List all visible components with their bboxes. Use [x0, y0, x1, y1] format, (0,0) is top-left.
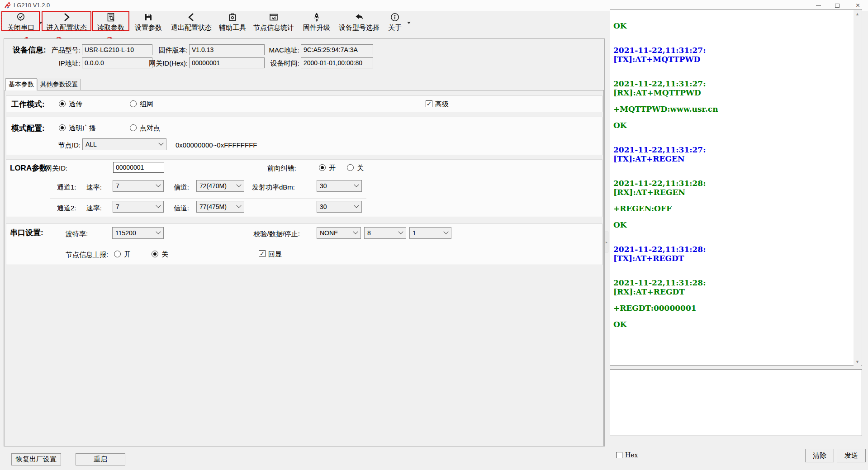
channel1-power-select[interactable]: 30 — [317, 180, 362, 192]
mode-config-title: 模式配置: — [11, 123, 45, 133]
port-dropdown-caret-icon[interactable] — [39, 22, 43, 24]
fec-label: 前向纠错: — [244, 164, 296, 173]
gateway-id-hex-field[interactable]: 00000001 — [189, 57, 265, 68]
channel1-channel-select[interactable]: 72(470M) — [196, 180, 244, 192]
log-line: [TX]:AT+REGEN — [613, 154, 851, 163]
maximize-icon — [835, 4, 840, 8]
toolbar-label: 退出配置状态 — [171, 24, 212, 31]
data-bits-select[interactable]: 8 — [364, 227, 406, 239]
scroll-down-icon[interactable]: ▼ — [854, 358, 861, 366]
rocket-icon — [312, 12, 322, 22]
toolbar-overflow-caret-icon[interactable] — [407, 22, 411, 24]
firmware-version-label: 固件版本: — [149, 46, 188, 55]
mac-address-field[interactable]: 9C:A5:25:94:7A:3A — [301, 44, 373, 55]
tab-other-params[interactable]: 其他参数设置 — [38, 79, 81, 90]
panel-splitter-handle[interactable]: ▸ — [605, 232, 608, 252]
channel1-rate-select[interactable]: 7 — [113, 180, 164, 192]
baud-rate-select[interactable]: 115200 — [112, 227, 164, 239]
send-input-area[interactable] — [610, 369, 862, 436]
stats-window-icon — [269, 12, 279, 22]
work-mode-transparent-radio[interactable] — [59, 100, 66, 107]
channel2-label: 通道2: — [57, 204, 76, 213]
advanced-checkbox[interactable]: ✓ — [426, 100, 432, 107]
log-scrollbar[interactable]: ▲ ▼ — [854, 10, 861, 366]
log-entry: +REGEN:OFF — [613, 204, 851, 213]
toolbar-label: 节点信息统计 — [253, 24, 294, 31]
node-report-off-radio[interactable] — [152, 251, 158, 257]
chevron-down-icon — [236, 203, 241, 208]
chevron-left-icon — [186, 12, 196, 22]
node-id-label: 节点ID: — [50, 141, 81, 150]
node-report-on-radio[interactable] — [114, 251, 121, 257]
scroll-up-icon[interactable]: ▲ — [854, 10, 861, 18]
hex-checkbox[interactable] — [616, 452, 622, 458]
log-entry: 2021-11-22,11:31:28:[TX]:AT+REGDT — [613, 245, 851, 263]
log-line: OK — [613, 320, 851, 329]
toolbar-label: 关闭串口 — [7, 24, 34, 31]
device-time-field[interactable]: 2000-01-01,00:00:80 — [301, 57, 373, 68]
chevron-down-icon — [398, 229, 403, 234]
toolbar-close-serial-button[interactable]: 关闭串口 — [2, 12, 40, 31]
log-entry: 2021-11-22,11:31:27:[TX]:AT+REGEN — [613, 145, 851, 163]
log-line: OK — [613, 21, 851, 30]
node-id-hint: 0x00000000~0xFFFFFFFF — [175, 141, 257, 150]
echo-label: 回显 — [268, 250, 282, 259]
lora-gateway-id-input[interactable]: 00000001 — [113, 162, 164, 173]
log-output-area[interactable]: OK2021-11-22,11:31:27:[TX]:AT+MQTTPWD202… — [610, 9, 862, 366]
work-mode-networking-radio[interactable] — [130, 100, 137, 107]
send-button[interactable]: 发送 — [837, 449, 866, 462]
node-report-label: 节点信息上报: — [66, 250, 108, 259]
mode-broadcast-label: 透明广播 — [69, 124, 96, 133]
tab-basic-params[interactable]: 基本参数 — [5, 78, 37, 90]
log-line: [RX]:AT+MQTTPWD — [613, 88, 851, 97]
channel2-rate-select[interactable]: 7 — [113, 201, 164, 213]
toolbar-aux-tools-button[interactable]: 辅助工具 — [218, 12, 247, 31]
toolbar-enter-config-button[interactable]: 进入配置状态 — [43, 12, 90, 31]
toolbar-exit-config-button[interactable]: 退出配置状态 — [167, 12, 215, 31]
log-entry: OK — [613, 21, 851, 30]
log-line: [TX]:AT+MQTTPWD — [613, 55, 851, 64]
echo-checkbox[interactable]: ✓ — [259, 250, 266, 257]
toolbar-read-params-button[interactable]: 读取参数 — [93, 12, 128, 31]
firmware-version-field[interactable]: V1.0.13 — [189, 44, 265, 55]
mode-p2p-radio[interactable] — [130, 124, 137, 131]
stop-bits-select[interactable]: 1 — [409, 227, 451, 239]
toolbar-device-model-button[interactable]: 设备型号选择 — [336, 12, 383, 31]
work-mode-transparent-label: 透传 — [69, 100, 82, 109]
channel2-power-select[interactable]: 30 — [317, 201, 362, 213]
channel-divider — [50, 198, 366, 199]
hex-label: Hex — [625, 451, 638, 459]
channel1-power-label: 发射功率dBm: — [244, 183, 295, 192]
clear-button[interactable]: 清除 — [805, 449, 834, 462]
advanced-label: 高级 — [435, 100, 449, 109]
restart-button[interactable]: 重启 — [76, 453, 125, 465]
factory-reset-button[interactable]: 恢复出厂设置 — [11, 453, 61, 465]
parity-select[interactable]: NONE — [317, 227, 361, 239]
log-line: 2021-11-22,11:31:27: — [613, 145, 851, 154]
channel2-rate-label: 速率: — [86, 204, 102, 213]
work-mode-section — [6, 95, 602, 112]
log-line: 2021-11-22,11:31:27: — [613, 46, 851, 55]
log-line: [TX]:AT+REGDT — [613, 254, 851, 263]
toolbar-set-params-button[interactable]: 设置参数 — [132, 12, 165, 31]
log-line: [RX]:AT+REGEN — [613, 188, 851, 197]
product-model-field[interactable]: USR-LG210-L-10 — [82, 44, 152, 55]
channel2-channel-select[interactable]: 77(475M) — [196, 201, 244, 213]
mode-broadcast-radio[interactable] — [59, 124, 66, 131]
log-line: [RX]:AT+REGDT — [613, 287, 851, 296]
baud-rate-label: 波特率: — [66, 229, 88, 238]
toolbar-label: 固件升级 — [303, 24, 330, 31]
channel1-channel-label: 信道: — [172, 183, 189, 192]
toolbar-about-button[interactable]: 关于 — [385, 12, 405, 31]
document-search-icon — [106, 12, 116, 22]
chevron-down-icon — [156, 182, 161, 187]
chevron-down-icon — [236, 182, 241, 187]
fec-on-radio[interactable] — [319, 164, 326, 171]
toolbar-firmware-upgrade-button[interactable]: 固件升级 — [300, 12, 333, 31]
app-logo-icon — [4, 2, 11, 9]
log-line: 2021-11-22,11:31:28: — [613, 245, 851, 254]
toolbar-node-stats-button[interactable]: 节点信息统计 — [250, 12, 297, 31]
node-id-select[interactable]: ALL — [82, 138, 166, 150]
ip-address-label: IP地址: — [45, 59, 81, 68]
fec-off-radio[interactable] — [347, 164, 354, 171]
